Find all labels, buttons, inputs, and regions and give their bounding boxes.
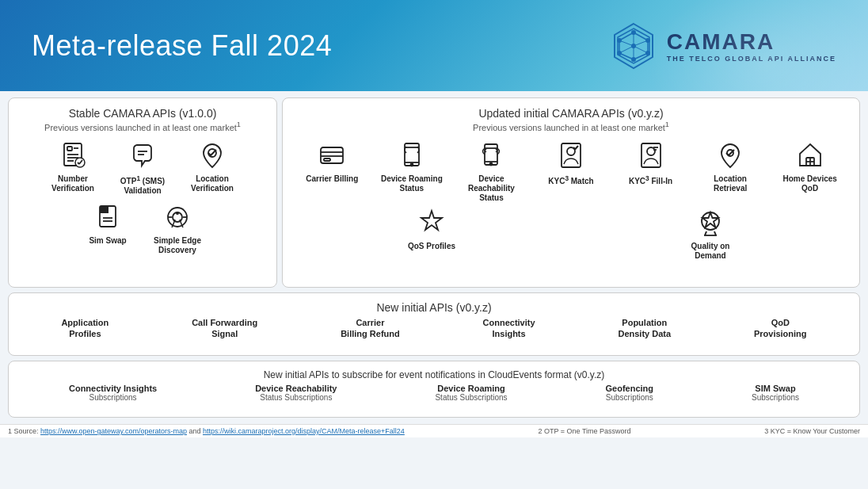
api-quality-demand: Quality on Demand [677, 206, 744, 261]
logo-text: CAMARA THE TELCO GLOBAL API ALLIANCE [667, 29, 836, 63]
svg-marker-65 [421, 211, 442, 230]
kyc-fillin-icon [634, 139, 668, 172]
quality-demand-icon [694, 206, 727, 239]
api-otp-sms: OTP1 (SMS) Validation [111, 139, 174, 196]
api-application-profiles: ApplicationProfiles [61, 317, 108, 340]
footer-link-2[interactable]: https://wiki.camaraproject.org/display/C… [203, 427, 405, 435]
api-qos-profiles: QoS Profiles [398, 206, 466, 261]
cloud-events-panel: New initial APIs to subscribe for event … [8, 361, 860, 418]
top-section: Stable CAMARA APIs (v1.0.0) Previous ver… [8, 97, 860, 288]
api-qod-provisioning: QoDProvisioning [754, 317, 807, 340]
cloud-roaming-title: Device Roaming [435, 384, 507, 393]
device-reachability-icon [474, 139, 508, 172]
api-sim-swap: Sim Swap [76, 201, 139, 255]
updated-api-grid: Carrier Billing Device R [294, 139, 848, 261]
svg-point-57 [647, 147, 655, 155]
device-roaming-icon [395, 139, 428, 172]
svg-line-18 [619, 46, 634, 53]
sim-swap-icon [91, 201, 124, 234]
stable-api-grid: Number Verification OTP1 (SMS) Validatio… [20, 139, 265, 255]
location-verification-icon [196, 139, 229, 172]
api-carrier-billing-refund: CarrierBilling Refund [341, 317, 400, 340]
api-device-roaming: Device Roaming Status [378, 139, 445, 203]
api-simple-edge: Simple Edge Discovery [146, 201, 209, 255]
api-sim-swap-label: Sim Swap [89, 236, 126, 246]
cloud-events-title: New initial APIs to subscribe for event … [20, 369, 848, 380]
logo-area: CAMARA THE TELCO GLOBAL API ALLIANCE [610, 22, 836, 70]
cloud-geofencing-sub: Subscriptions [606, 393, 654, 402]
svg-rect-22 [67, 147, 72, 151]
qos-profiles-icon [415, 206, 448, 239]
cloud-geofencing: Geofencing Subscriptions [606, 384, 654, 402]
api-home-devices: Home Devices QoD [776, 139, 843, 203]
api-device-roaming-label: Device Roaming Status [378, 174, 445, 193]
new-initial-grid: ApplicationProfiles Call ForwardingSigna… [20, 317, 848, 340]
footer-link-1[interactable]: https://www.open-gateway.com/operators-m… [40, 427, 187, 435]
camara-hex-icon [610, 22, 657, 70]
api-location-verification: Location Verification [181, 139, 244, 196]
kyc-match-icon [554, 139, 588, 172]
home-devices-icon [794, 139, 827, 172]
footer: 1 Source: https://www.open-gateway.com/o… [0, 424, 868, 437]
cloud-reachability-sub: Status Subscriptions [255, 393, 337, 402]
api-carrier-billing: Carrier Billing [299, 139, 366, 203]
svg-point-4 [645, 51, 650, 55]
cloud-device-reachability: Device Reachability Status Subscriptions [255, 384, 337, 402]
camara-wordmark: CAMARA [667, 29, 836, 55]
api-kyc-match: KYC3 Match [537, 139, 604, 203]
api-number-verification-label: Number Verification [41, 174, 105, 193]
svg-line-8 [634, 32, 648, 40]
api-location-retrieval-label: Location Retrieval [697, 174, 764, 193]
camara-tagline: THE TELCO GLOBAL API ALLIANCE [667, 55, 836, 63]
carrier-billing-icon [315, 139, 348, 172]
main-content: Stable CAMARA APIs (v1.0.0) Previous ver… [0, 91, 868, 424]
svg-rect-45 [324, 159, 330, 161]
updated-apis-panel: Updated initial CAMARA APIs (v0.y.z) Pre… [282, 97, 860, 288]
api-carrier-billing-label: Carrier Billing [306, 174, 358, 184]
api-location-retrieval: Location Retrieval [697, 139, 764, 203]
cloud-reachability-title: Device Reachability [255, 384, 337, 393]
page-title: Meta-release Fall 2024 [32, 29, 332, 63]
api-connectivity-insights: ConnectivityInsights [483, 317, 535, 340]
cloud-device-roaming: Device Roaming Status Subscriptions [435, 384, 507, 402]
cloud-roaming-sub: Status Subscriptions [435, 393, 507, 402]
api-population-density: PopulationDensity Data [618, 317, 671, 340]
new-initial-panel: New initial APIs (v0.y.z) ApplicationPro… [8, 292, 860, 356]
svg-marker-34 [100, 206, 108, 213]
new-initial-title: New initial APIs (v0.y.z) [20, 301, 848, 314]
api-number-verification: Number Verification [41, 139, 105, 196]
svg-point-66 [702, 212, 719, 230]
cloud-connectivity-sub: Subscriptions [69, 393, 157, 402]
cloud-simswap-sub: Subscriptions [752, 393, 799, 402]
otp-sms-icon [126, 139, 159, 172]
api-home-devices-label: Home Devices QoD [776, 174, 843, 193]
svg-line-13 [619, 32, 634, 40]
api-device-reachability-label: Device Reachability Status [458, 174, 525, 203]
cloud-connectivity-title: Connectivity Insights [69, 384, 157, 393]
api-simple-edge-label: Simple Edge Discovery [146, 236, 209, 255]
api-otp-sms-label: OTP1 (SMS) Validation [111, 174, 174, 196]
footer-middle: 2 OTP = One Time Password [538, 427, 630, 435]
svg-point-39 [176, 212, 179, 215]
stable-apis-panel: Stable CAMARA APIs (v1.0.0) Previous ver… [8, 97, 277, 288]
api-kyc-match-label: KYC3 Match [548, 174, 593, 186]
stable-panel-title: Stable CAMARA APIs (v1.0.0) [20, 106, 265, 120]
stable-panel-subtitle: Previous versions launched in at least o… [20, 120, 265, 132]
api-call-forwarding: Call ForwardingSignal [192, 317, 257, 340]
api-qos-profiles-label: QoS Profiles [408, 242, 455, 251]
footer-left: 1 Source: https://www.open-gateway.com/o… [8, 427, 405, 435]
simple-edge-icon [161, 201, 194, 234]
footer-right: 3 KYC = Know Your Customer [764, 427, 860, 435]
cloud-simswap-title: SIM Swap [752, 384, 799, 393]
api-kyc-fillin-label: KYC3 Fill-In [629, 174, 672, 186]
svg-line-16 [634, 46, 648, 53]
svg-point-49 [410, 163, 413, 166]
cloud-connectivity-insights: Connectivity Insights Subscriptions [69, 384, 157, 402]
number-verification-icon [56, 139, 89, 172]
api-location-verification-label: Location Verification [181, 174, 244, 193]
updated-panel-subtitle: Previous versions launched in at least o… [294, 120, 848, 132]
updated-panel-title: Updated initial CAMARA APIs (v0.y.z) [294, 106, 848, 120]
cloud-geofencing-title: Geofencing [606, 384, 654, 393]
cloud-events-grid: Connectivity Insights Subscriptions Devi… [20, 384, 848, 402]
svg-point-53 [490, 162, 493, 165]
